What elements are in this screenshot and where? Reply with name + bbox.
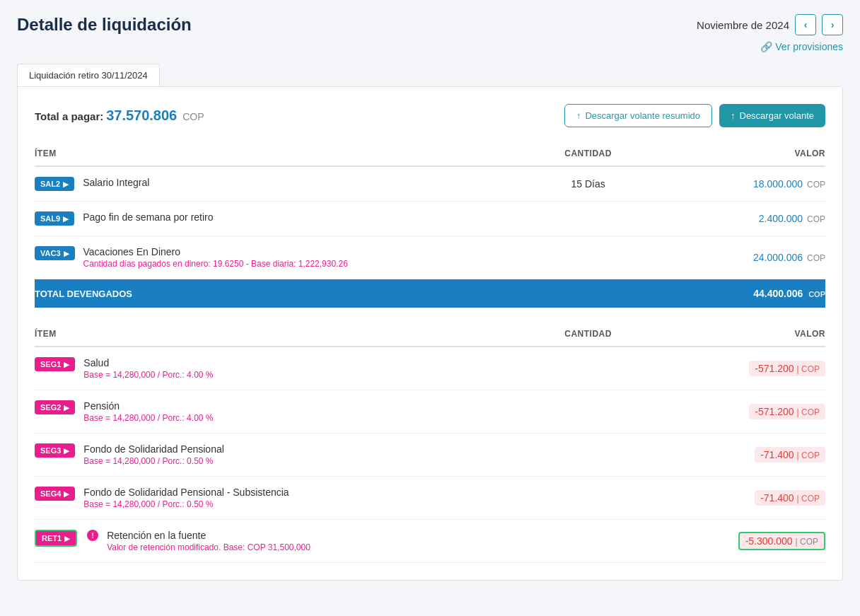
total-devengados-row: TOTAL DEVENGADOS 44.400.006 COP: [35, 279, 825, 308]
item-name: Salud: [83, 357, 213, 368]
item-valor: 2.400.000 COP: [667, 202, 825, 236]
main-card: Total a pagar: 37.570.806 COP ↑ Descarga…: [17, 86, 843, 581]
item-cantidad: [509, 434, 668, 477]
total-pagar-section: Total a pagar: 37.570.806 COP: [35, 107, 204, 124]
download-icon: ↑: [576, 110, 581, 121]
item-sub: Base = 14,280,000 / Porc.: 0.50 %: [83, 456, 223, 466]
item-name: Salario Integral: [83, 177, 149, 188]
descargar-resumido-button[interactable]: ↑ Descargar volante resumido: [564, 104, 712, 127]
devengados-col-item: ÍTEM: [35, 141, 509, 166]
item-cantidad: [509, 390, 668, 434]
info-icon: !: [87, 530, 98, 541]
item-sub: Cantidad días pagados en dinero: 19.6250…: [83, 259, 348, 269]
badge-seg3: SEG3▶: [35, 443, 75, 458]
item-cantidad: [509, 347, 668, 390]
deducciones-col-cantidad: CANTIDAD: [509, 322, 668, 347]
item-cantidad: [509, 477, 668, 520]
total-row: Total a pagar: 37.570.806 COP ↑ Descarga…: [35, 104, 825, 127]
download-filled-icon: ↑: [731, 110, 736, 121]
ver-provisiones-link[interactable]: 🔗 Ver provisiones: [760, 41, 843, 52]
item-sub: Base = 14,280,000 / Porc.: 4.00 %: [83, 413, 213, 423]
table-row: SAL2 ▶ Salario Integral 15 Días 18.000.0…: [35, 166, 825, 202]
badge-seg2: SEG2▶: [35, 400, 75, 414]
chevron-icon: ▶: [63, 215, 69, 223]
item-cantidad: [509, 520, 668, 563]
table-row: VAC3 ▶ Vacaciones En Dinero Cantidad día…: [35, 236, 825, 279]
devengados-col-cantidad: CANTIDAD: [509, 141, 668, 166]
item-cantidad: [509, 202, 668, 236]
prev-month-button[interactable]: ‹: [795, 14, 816, 35]
deducciones-table: ÍTEM CANTIDAD VALOR SEG1▶ Salud Base = 1…: [35, 322, 825, 563]
item-sub: Base = 14,280,000 / Porc.: 4.00 %: [83, 370, 213, 380]
link-icon: 🔗: [760, 41, 772, 52]
badge-sal2: SAL2 ▶: [35, 177, 74, 191]
badge-ret1: RET1▶: [35, 530, 77, 547]
item-cantidad: [509, 236, 668, 279]
chevron-left-icon: ‹: [804, 19, 808, 30]
descargar-volante-button[interactable]: ↑ Descargar volante: [719, 104, 825, 127]
item-sub: Base = 14,280,000 / Porc.: 0.50 %: [83, 499, 289, 509]
devengados-col-valor: VALOR: [667, 141, 825, 166]
item-valor: -71.400 | COP: [667, 477, 825, 520]
item-valor: -571.200 | COP: [667, 347, 825, 390]
devengados-table: ÍTEM CANTIDAD VALOR SAL2 ▶ Salario Integ…: [35, 141, 825, 308]
chevron-icon: ▶: [63, 180, 69, 188]
item-name: Pensión: [83, 400, 213, 412]
next-month-button[interactable]: ›: [822, 14, 843, 35]
chevron-icon: ▶: [64, 361, 69, 368]
badge-seg1: SEG1▶: [35, 357, 75, 371]
total-label: Total a pagar:: [35, 110, 103, 122]
item-valor: 18.000.000 COP: [667, 166, 825, 202]
table-row: SEG3▶ Fondo de Solidaridad Pensional Bas…: [35, 434, 825, 477]
total-devengados-value: 44.400.006 COP: [667, 279, 825, 308]
item-name: Pago fin de semana por retiro: [83, 211, 213, 223]
chevron-icon: ▶: [64, 447, 69, 455]
badge-seg4: SEG4▶: [35, 487, 75, 501]
item-name: Vacaciones En Dinero: [83, 246, 348, 257]
table-row: RET1▶ ! Retención en la fuente Valor de …: [35, 520, 825, 563]
page-title: Detalle de liquidación: [17, 15, 192, 35]
item-valor: -71.400 | COP: [667, 434, 825, 477]
month-label: Noviembre de 2024: [697, 19, 789, 31]
deducciones-col-item: ÍTEM: [35, 322, 509, 347]
total-value: 37.570.806: [106, 107, 177, 123]
item-valor: 24.000.006 COP: [667, 236, 825, 279]
chevron-right-icon: ›: [831, 19, 835, 30]
chevron-icon: ▶: [64, 490, 69, 498]
table-row: SAL9 ▶ Pago fin de semana por retiro 2.4…: [35, 202, 825, 236]
item-sub: Valor de retención modificado. Base: COP…: [107, 542, 310, 552]
item-valor: -571.200 | COP: [667, 390, 825, 434]
item-name: Retención en la fuente: [107, 530, 310, 541]
deducciones-col-valor: VALOR: [667, 322, 825, 347]
table-row: SEG4▶ Fondo de Solidaridad Pensional - S…: [35, 477, 825, 520]
tab-bar: Liquidación retiro 30/11/2024: [17, 64, 843, 86]
badge-vac3: VAC3 ▶: [35, 246, 75, 260]
total-currency: COP: [182, 111, 204, 122]
table-row: SEG1▶ Salud Base = 14,280,000 / Porc.: 4…: [35, 347, 825, 390]
chevron-icon: ▶: [64, 535, 70, 542]
item-name: Fondo de Solidaridad Pensional: [83, 443, 223, 455]
tab-liquidacion-retiro[interactable]: Liquidación retiro 30/11/2024: [17, 64, 160, 86]
action-buttons: ↑ Descargar volante resumido ↑ Descargar…: [564, 104, 825, 127]
item-valor: -5.300.000 | COP: [667, 520, 825, 563]
chevron-icon: ▶: [64, 404, 69, 412]
month-navigation: Noviembre de 2024 ‹ ›: [697, 14, 843, 35]
badge-sal9: SAL9 ▶: [35, 211, 74, 226]
item-name: Fondo de Solidaridad Pensional - Subsist…: [83, 487, 289, 498]
total-devengados-label: TOTAL DEVENGADOS: [35, 279, 667, 308]
item-cantidad: 15 Días: [509, 166, 668, 202]
chevron-icon: ▶: [64, 250, 69, 257]
table-row: SEG2▶ Pensión Base = 14,280,000 / Porc.:…: [35, 390, 825, 434]
